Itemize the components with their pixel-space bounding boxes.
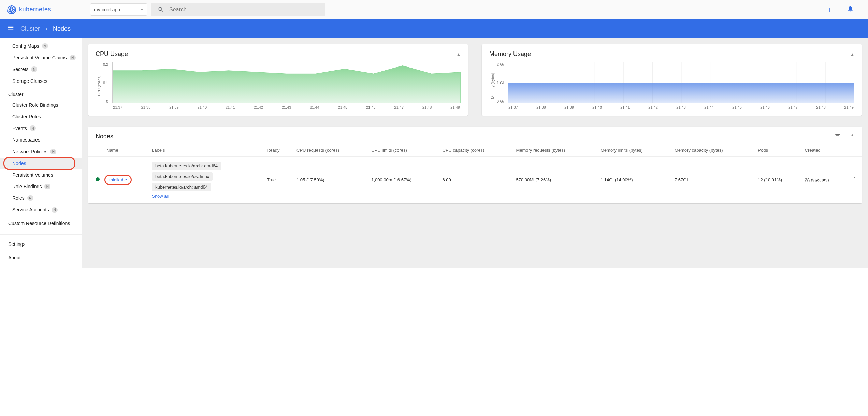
table-header[interactable]: Ready	[263, 144, 293, 157]
nodes-table: NameLabelsReadyCPU requests (cores)CPU l…	[88, 144, 862, 203]
sidebar-item-label: Service Accounts	[12, 207, 49, 213]
node-link[interactable]: minikube	[106, 177, 130, 183]
sidebar-item[interactable]: EventsN	[0, 122, 82, 134]
collapse-icon[interactable]: ▲	[457, 52, 461, 57]
created-time: 28 days ago	[805, 177, 829, 182]
logo[interactable]: kubernetes	[7, 5, 86, 14]
notifications-icon[interactable]	[842, 5, 858, 14]
axis-tick: 21:43	[676, 105, 686, 109]
table-header[interactable]: Created	[801, 144, 848, 157]
breadcrumb-parent[interactable]: Cluster	[20, 25, 40, 32]
namespace-selector[interactable]: my-cool-app ▼	[90, 3, 147, 16]
label-chip: beta.kubernetes.io/os: linux	[152, 172, 213, 181]
sidebar-item[interactable]: Storage Classes	[0, 75, 82, 87]
table-header[interactable]: Memory capacity (bytes)	[671, 144, 754, 157]
namespace-badge: N	[44, 184, 50, 189]
sidebar-item[interactable]: Namespaces	[0, 134, 82, 146]
sidebar-item-label: Nodes	[12, 160, 26, 166]
table-header[interactable]: CPU capacity (cores)	[439, 144, 513, 157]
axis-tick: 21:41	[226, 105, 235, 109]
axis-tick: 21:45	[338, 105, 348, 109]
axis-tick: 21:44	[704, 105, 714, 109]
table-header[interactable]: Memory requests (bytes)	[512, 144, 597, 157]
namespace-badge: N	[50, 149, 56, 154]
sidebar-item[interactable]: Service AccountsN	[0, 204, 82, 216]
label-chip: kubernetes.io/arch: amd64	[152, 183, 211, 191]
axis-tick: 0.2	[103, 62, 108, 66]
sidebar-item[interactable]: Cluster Roles	[0, 111, 82, 122]
sidebar-item[interactable]: Persistent Volumes	[0, 169, 82, 181]
axis-tick: 0.1	[103, 81, 108, 85]
status-dot-icon	[96, 177, 100, 181]
kubernetes-logo-icon	[7, 5, 16, 14]
breadcrumb-bar: Cluster › Nodes	[0, 19, 868, 38]
namespace-badge: N	[70, 55, 76, 60]
namespace-badge: N	[30, 125, 36, 131]
sidebar-item[interactable]: Persistent Volume ClaimsN	[0, 52, 82, 63]
collapse-icon[interactable]: ▲	[850, 133, 854, 140]
main-content: CPU Usage ▲ CPU (cores) 0.20.10 21:3721:…	[82, 38, 868, 268]
nodes-card: Nodes ▲ NameLabelsReadyCPU requests (cor…	[88, 127, 862, 203]
table-header[interactable]: Memory limits (bytes)	[597, 144, 671, 157]
sidebar-item-label: Storage Classes	[12, 78, 47, 84]
axis-tick: 21:37	[508, 105, 518, 109]
sidebar-item-label: Role Bindings	[12, 183, 42, 190]
axis-tick: 21:48	[422, 105, 432, 109]
create-button[interactable]: ＋	[821, 4, 838, 15]
sidebar-item[interactable]: Config MapsN	[0, 40, 82, 52]
search-input[interactable]	[169, 6, 319, 13]
show-all-link[interactable]: Show all	[152, 194, 169, 199]
namespace-badge: N	[52, 207, 58, 213]
axis-tick: 21:39	[169, 105, 179, 109]
namespace-selected: my-cool-app	[94, 7, 120, 12]
breadcrumb-current: Nodes	[53, 25, 71, 32]
sidebar-item[interactable]: SecretsN	[0, 63, 82, 75]
sidebar-item-label: Persistent Volume Claims	[12, 55, 67, 61]
highlight-annotation	[104, 175, 132, 185]
axis-tick: 21:44	[310, 105, 319, 109]
sidebar-about[interactable]: About	[0, 249, 82, 263]
memory-usage-card: Memory Usage ▲ Memory (bytes) 2 Gi1 Gi0 …	[482, 44, 862, 116]
row-menu-icon[interactable]: ⋮	[852, 176, 858, 183]
sidebar-item[interactable]: Role BindingsN	[0, 181, 82, 192]
search-box[interactable]	[151, 3, 326, 16]
filter-icon[interactable]	[835, 133, 841, 140]
table-row: minikubebeta.kubernetes.io/arch: amd64be…	[88, 157, 862, 203]
sidebar-settings[interactable]: Settings	[0, 237, 82, 249]
cpu-chart	[112, 62, 461, 103]
table-header[interactable]: CPU requests (cores)	[293, 144, 368, 157]
axis-tick: 0	[103, 99, 108, 103]
table-cell: 1,000.00m (16.67%)	[368, 157, 439, 203]
axis-tick: 21:42	[254, 105, 263, 109]
cpu-usage-card: CPU Usage ▲ CPU (cores) 0.20.10 21:3721:…	[88, 44, 468, 116]
sidebar-item[interactable]: Cluster Role Bindings	[0, 99, 82, 111]
memory-chart	[508, 62, 854, 103]
sidebar-heading-crd[interactable]: Custom Resource Definitions	[0, 216, 82, 228]
axis-tick: 21:47	[394, 105, 404, 109]
table-header[interactable]: Pods	[754, 144, 801, 157]
sidebar-item-label: Config Maps	[12, 43, 39, 49]
table-header[interactable]: CPU limits (cores)	[368, 144, 439, 157]
table-cell: 6.00	[439, 157, 513, 203]
label-chip: beta.kubernetes.io/arch: amd64	[152, 162, 221, 170]
sidebar-item[interactable]: RolesN	[0, 192, 82, 204]
axis-tick: 21:40	[198, 105, 207, 109]
table-header[interactable]: Name	[103, 144, 148, 157]
axis-tick: 21:46	[366, 105, 376, 109]
table-cell: 7.67Gi	[671, 157, 754, 203]
namespace-badge: N	[27, 195, 33, 201]
sidebar-item[interactable]: Network PoliciesN	[0, 146, 82, 158]
sidebar-item[interactable]: Nodes	[0, 158, 82, 169]
namespace-badge: N	[42, 43, 48, 49]
axis-tick: 21:47	[788, 105, 798, 109]
namespace-badge: N	[31, 66, 37, 72]
hamburger-menu-icon[interactable]	[7, 24, 15, 33]
search-icon	[158, 6, 164, 13]
sidebar-item-label: Cluster Roles	[12, 114, 41, 120]
table-header[interactable]: Labels	[148, 144, 263, 157]
axis-tick: 21:37	[113, 105, 122, 109]
table-cell: 570.00Mi (7.26%)	[512, 157, 597, 203]
axis-tick: 0 Gi	[497, 99, 504, 103]
axis-tick: 21:46	[760, 105, 770, 109]
collapse-icon[interactable]: ▲	[850, 52, 854, 57]
